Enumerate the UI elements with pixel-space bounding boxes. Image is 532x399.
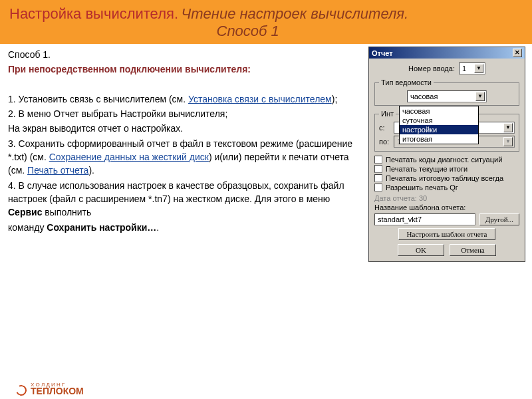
p4a: 4. В случае использования настроек в кач… — [8, 180, 344, 204]
chk-current[interactable]: Печатать текущие итоги — [374, 165, 519, 173]
p1a: 1. Установить связь с вычислителем (см. — [8, 94, 188, 104]
dialog-title-text: Отчет — [372, 49, 393, 57]
option-total[interactable]: итоговая — [400, 134, 478, 144]
type-legend: Тип ведомости — [379, 78, 434, 86]
report-dialog: Отчет ✕ Номер ввода: 1 ▼ Тип ведомости ч… — [368, 47, 525, 262]
option-settings[interactable]: настройки — [400, 125, 478, 134]
title-part2: Чтение настроек вычислителя. — [181, 5, 408, 22]
brand-text: Х О Л Д И Н Г ТЕПЛОКОМ — [31, 384, 84, 396]
chk1-label: Печатать коды диагност. ситуаций — [386, 156, 502, 164]
p2b: На экран выводится отчет о настройках. — [8, 123, 183, 134]
checkbox-icon[interactable] — [374, 174, 382, 182]
method-label: Способ 1. — [8, 49, 51, 60]
p2: 2. В меню Отчет выбрать Настройки вычисл… — [8, 108, 227, 119]
link-connection[interactable]: Установка связи с вычислителем — [188, 94, 332, 104]
ok-button[interactable]: OK — [398, 244, 444, 256]
checkbox-icon[interactable] — [374, 184, 382, 192]
logo-icon — [15, 383, 29, 397]
option-daily[interactable]: суточная — [400, 116, 478, 125]
brand-main: ТЕПЛОКОМ — [31, 386, 84, 396]
nomer-value: 1 — [462, 65, 466, 72]
p4bold2: Сохранить настройки… — [47, 222, 156, 233]
template-field[interactable]: standart_vkt7 — [374, 213, 475, 225]
link-save[interactable]: Сохранение данных на жесткий диск — [49, 152, 209, 162]
po-label: по: — [379, 138, 391, 146]
chevron-down-icon[interactable]: ▼ — [475, 92, 485, 101]
date-report-label: Дата отчета: 30 — [374, 194, 519, 202]
type-listbox[interactable]: часовая суточная настройки итоговая — [399, 106, 479, 144]
close-icon[interactable]: ✕ — [513, 49, 522, 57]
p4bold1: Сервис — [8, 207, 42, 217]
template-label: Название шаблона отчета: — [374, 203, 519, 211]
title-part1: Настройка вычислителя. — [9, 5, 178, 22]
chevron-down-icon[interactable]: ▼ — [474, 64, 483, 73]
option-hourly[interactable]: часовая — [400, 106, 478, 116]
checkbox-icon[interactable] — [374, 165, 382, 173]
checkbox-icon[interactable] — [374, 156, 382, 164]
cancel-button[interactable]: Отмена — [450, 244, 496, 256]
p4b: выполнить — [42, 207, 91, 217]
nomer-dropdown[interactable]: 1 ▼ — [459, 63, 485, 74]
tune-button[interactable]: Настроить шаблон отчета — [398, 228, 496, 240]
nomer-label: Номер ввода: — [408, 65, 455, 72]
type-dropdown[interactable]: часовая ▼ — [407, 90, 487, 102]
chk4-label: Разрешить печать Qг — [386, 184, 458, 192]
chk2-label: Печатать текущие итоги — [386, 165, 467, 173]
main-text: Способ 1. При непосредственном подключен… — [0, 44, 372, 239]
p1b: ); — [332, 94, 338, 104]
p3c: ). — [88, 165, 94, 176]
chk-qg[interactable]: Разрешить печать Qг — [374, 184, 519, 192]
title-part3: Способ 1 — [217, 23, 279, 39]
dialog-titlebar: Отчет ✕ — [369, 47, 525, 59]
template-value: standart_vkt7 — [378, 215, 422, 223]
type-group: Тип ведомости часовая ▼ — [374, 78, 519, 106]
p4c: команду — [8, 222, 47, 233]
chevron-down-icon[interactable]: ▼ — [503, 137, 513, 146]
chk-total[interactable]: Печатать итоговую таблицу всегда — [374, 174, 519, 182]
slide-title-bar: Настройка вычислителя. Чтение настроек в… — [0, 0, 532, 44]
intro-text: При непосредственном подключении вычисли… — [8, 64, 251, 74]
chevron-down-icon[interactable]: ▼ — [503, 123, 513, 132]
chk3-label: Печатать итоговую таблицу всегда — [386, 174, 503, 182]
footer: Х О Л Д И Н Г ТЕПЛОКОМ — [16, 384, 84, 396]
link-print[interactable]: Печать отчета — [27, 165, 88, 176]
chk-diag[interactable]: Печатать коды диагност. ситуаций — [374, 156, 519, 164]
p4d: . — [156, 222, 159, 233]
c-label: с: — [379, 124, 391, 132]
interval-group: Инт часовая суточная настройки итоговая … — [374, 110, 519, 152]
interval-legend: Инт — [379, 110, 396, 118]
type-value: часовая — [410, 92, 438, 100]
other-button[interactable]: Другой... — [479, 213, 519, 225]
